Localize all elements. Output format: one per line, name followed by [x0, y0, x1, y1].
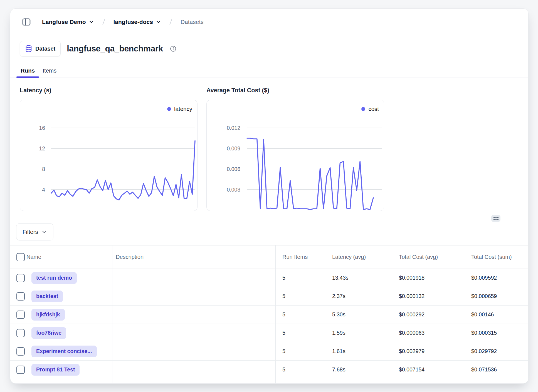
row-checkbox[interactable] — [16, 274, 25, 282]
dataset-badge-label: Dataset — [35, 46, 55, 52]
runs-table: Name Description Run Items Latency (avg)… — [10, 245, 528, 384]
run-name-pill[interactable]: Experiment concise... — [31, 346, 97, 357]
table-row[interactable]: Prompt 81 Test 5 7.68s $0.007154 $0.0715… — [10, 361, 528, 379]
breadcrumb: Langfuse Demo langfuse-docs — [42, 17, 204, 27]
run-description-cell — [112, 287, 276, 305]
table-row-partial[interactable] — [10, 379, 528, 384]
info-icon[interactable] — [170, 45, 177, 52]
cost-chart: cost 0.0030.0060.0090.012 — [206, 100, 384, 211]
database-icon — [25, 45, 32, 53]
y-axis-tick-label: 4 — [20, 186, 45, 193]
select-all-checkbox[interactable] — [16, 253, 25, 261]
run-description-cell — [112, 324, 276, 342]
table-row[interactable]: foo78riwe 5 1.59s $0.000063 $0.000315 — [10, 324, 528, 342]
row-checkbox[interactable] — [16, 311, 25, 319]
charts-section: Latency (s) latency 481216 Average Total… — [10, 78, 528, 211]
column-header-total-cost-avg[interactable]: Total Cost (avg) — [392, 245, 465, 269]
breadcrumb-separator — [100, 17, 107, 27]
run-items-cell: 5 — [276, 361, 325, 379]
breadcrumb-org-dropdown[interactable]: langfuse-docs — [113, 19, 161, 25]
legend-label: cost — [368, 106, 379, 112]
row-checkbox[interactable] — [16, 329, 25, 337]
total-cost-sum-cell: $0.029792 — [465, 342, 528, 360]
y-axis-tick-label: 8 — [20, 165, 45, 173]
run-name-pill[interactable]: backtest — [31, 291, 63, 302]
latency-chart: latency 481216 — [20, 100, 198, 211]
run-description-cell — [112, 269, 276, 287]
y-axis-tick-label: 0.003 — [207, 186, 240, 193]
total-cost-avg-cell: $0.007154 — [392, 361, 465, 379]
sidebar-toggle-button[interactable] — [21, 17, 31, 27]
column-header-total-cost-sum[interactable]: Total Cost (sum) — [465, 245, 528, 269]
main-card: Langfuse Demo langfuse-docs — [10, 8, 529, 384]
y-axis-tick-label: 0.009 — [207, 145, 240, 152]
app-background: Langfuse Demo langfuse-docs — [0, 0, 538, 392]
column-header-run-items[interactable]: Run Items — [276, 245, 325, 269]
run-description-cell — [112, 342, 276, 360]
total-cost-avg-cell: $0.001918 — [392, 269, 465, 287]
page-title: langfuse_qa_benchmark — [67, 44, 163, 53]
chevron-down-icon — [156, 19, 161, 24]
column-header-latency-avg[interactable]: Latency (avg) — [325, 245, 392, 269]
table-row[interactable]: Experiment concise... 5 1.61s $0.002979 … — [10, 342, 528, 361]
run-items-cell: 5 — [276, 306, 325, 324]
latency-avg-cell: 1.59s — [325, 324, 392, 342]
latency-line-plot — [20, 100, 197, 211]
filters-row: Filters — [10, 218, 528, 240]
breadcrumb-project-dropdown[interactable]: Langfuse Demo — [42, 19, 94, 25]
breadcrumb-separator — [167, 17, 174, 27]
run-items-cell: 5 — [276, 324, 325, 342]
cost-chart-block: Average Total Cost ($) cost 0.0030.0060.… — [206, 87, 384, 211]
total-cost-avg-cell: $0.000292 — [392, 306, 465, 324]
dataset-header: Dataset langfuse_qa_benchmark — [10, 35, 528, 56]
legend-dot-icon — [167, 107, 171, 111]
run-description-cell — [112, 306, 276, 324]
chart-title: Average Total Cost ($) — [206, 87, 384, 94]
tab-bar: Runs Items — [10, 56, 528, 78]
tab-items[interactable]: Items — [43, 67, 56, 78]
chevron-down-icon — [89, 19, 94, 24]
cost-legend: cost — [361, 106, 379, 112]
breadcrumb-page-datasets[interactable]: Datasets — [181, 19, 204, 25]
table-row[interactable]: test run demo 5 13.43s $0.001918 $0.0095… — [10, 269, 528, 287]
run-name-pill[interactable]: hjkfdshjk — [31, 309, 65, 321]
run-name-pill[interactable]: Prompt 81 Test — [31, 364, 80, 376]
row-checkbox[interactable] — [16, 347, 25, 356]
total-cost-sum-cell: $0.071536 — [465, 361, 528, 379]
dataset-type-badge: Dataset — [20, 41, 61, 56]
latency-avg-cell: 1.61s — [325, 342, 392, 360]
legend-label: latency — [174, 106, 192, 112]
chart-title: Latency (s) — [20, 87, 197, 94]
total-cost-avg-cell: $0.000132 — [392, 287, 465, 305]
latency-avg-cell: 2.37s — [325, 287, 392, 305]
y-axis-tick-label: 16 — [20, 124, 45, 132]
filters-button[interactable]: Filters — [16, 223, 53, 240]
breadcrumb-page-label: Datasets — [181, 19, 204, 25]
row-checkbox[interactable] — [16, 292, 25, 301]
row-checkbox[interactable] — [16, 366, 25, 374]
filters-button-label: Filters — [23, 229, 38, 235]
y-axis-tick-label: 0.006 — [207, 165, 240, 173]
total-cost-sum-cell: $0.009592 — [465, 269, 528, 287]
breadcrumb-org-label: langfuse-docs — [113, 19, 153, 25]
latency-chart-block: Latency (s) latency 481216 — [20, 87, 197, 211]
chevron-down-icon — [41, 229, 47, 235]
total-cost-avg-cell: $0.002979 — [392, 342, 465, 360]
column-header-description[interactable]: Description — [112, 245, 276, 269]
top-bar: Langfuse Demo langfuse-docs — [10, 9, 528, 35]
total-cost-sum-cell: $0.000659 — [465, 287, 528, 305]
run-items-cell: 5 — [276, 287, 325, 305]
y-axis-tick-label: 12 — [20, 145, 45, 152]
run-name-pill[interactable]: test run demo — [31, 272, 77, 284]
tab-runs[interactable]: Runs — [21, 67, 35, 78]
cost-line-plot — [207, 100, 384, 211]
run-name-pill[interactable]: foo78riwe — [31, 327, 66, 339]
latency-avg-cell: 7.68s — [325, 361, 392, 379]
run-items-cell: 5 — [276, 342, 325, 360]
column-header-name[interactable]: Name — [26, 245, 112, 269]
run-items-cell: 5 — [276, 269, 325, 287]
resize-drag-handle[interactable] — [491, 215, 500, 222]
table-row[interactable]: backtest 5 2.37s $0.000132 $0.000659 — [10, 287, 528, 306]
table-row[interactable]: hjkfdshjk 5 5.30s $0.000292 $0.00146 — [10, 306, 528, 324]
run-description-cell — [112, 361, 276, 379]
